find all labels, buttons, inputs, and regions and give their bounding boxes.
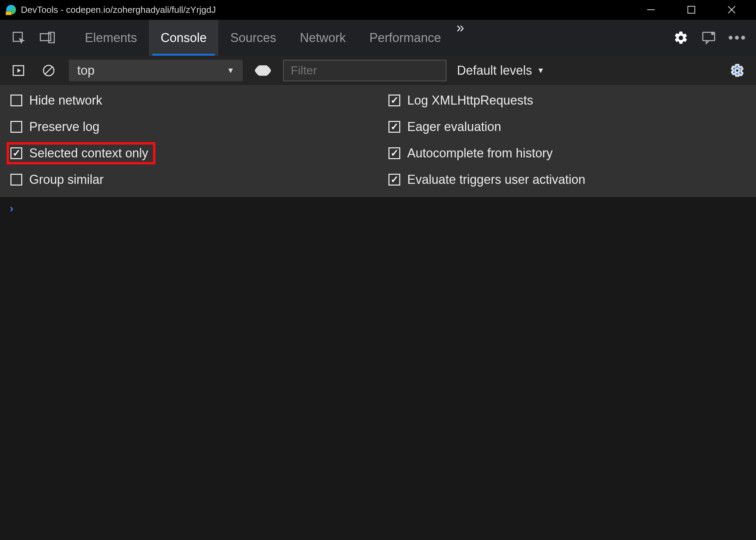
titlebar: DevTools - codepen.io/zoherghadyali/full… — [0, 0, 756, 19]
checkbox-evaluate-triggers-activation[interactable]: Evaluate triggers user activation — [388, 172, 746, 187]
checkbox-label: Autocomplete from history — [407, 146, 553, 161]
checkbox-icon — [10, 95, 22, 106]
window-title: DevTools - codepen.io/zoherghadyali/full… — [21, 5, 641, 15]
settings-right-column: Log XMLHttpRequests Eager evaluation Aut… — [388, 93, 746, 187]
chevron-down-icon: ▼ — [537, 66, 545, 75]
context-selector[interactable]: top ▼ — [69, 60, 243, 81]
settings-gear-icon[interactable] — [671, 28, 691, 48]
checkbox-preserve-log[interactable]: Preserve log — [10, 120, 368, 134]
tab-label: Sources — [230, 31, 276, 45]
svg-point-13 — [261, 69, 264, 72]
svg-point-8 — [711, 32, 714, 35]
checkbox-icon — [388, 95, 400, 106]
filter-input[interactable] — [283, 60, 447, 81]
svg-line-12 — [45, 67, 52, 74]
console-toolbar: top ▼ Default levels ▼ — [0, 56, 756, 85]
checkbox-label: Selected context only — [29, 146, 148, 161]
context-value: top — [77, 63, 95, 78]
checkbox-group-similar[interactable]: Group similar — [10, 172, 368, 187]
console-prompt-icon: › — [10, 202, 14, 214]
tab-label: Console — [161, 31, 207, 45]
log-levels-selector[interactable]: Default levels ▼ — [457, 63, 545, 78]
checkbox-label: Hide network — [29, 93, 102, 108]
inspect-element-icon[interactable] — [9, 28, 29, 48]
checkbox-label: Group similar — [29, 172, 104, 187]
devtools-window: DevTools - codepen.io/zoherghadyali/full… — [0, 0, 756, 540]
checkbox-icon — [10, 174, 22, 186]
svg-marker-10 — [17, 68, 21, 73]
tabs-container: Elements Console Sources Network Perform… — [73, 20, 662, 56]
main-tab-bar: Elements Console Sources Network Perform… — [0, 19, 756, 56]
checkbox-icon — [388, 147, 400, 159]
checkbox-hide-network[interactable]: Hide network — [10, 93, 368, 108]
checkbox-label: Eager evaluation — [407, 120, 501, 134]
console-settings-gear-icon[interactable] — [727, 61, 747, 80]
tab-console[interactable]: Console — [149, 20, 218, 56]
maximize-button[interactable] — [681, 0, 702, 19]
checkbox-autocomplete-history[interactable]: Autocomplete from history — [388, 146, 746, 161]
checkbox-label: Log XMLHttpRequests — [407, 93, 533, 108]
tab-network[interactable]: Network — [288, 20, 357, 56]
console-settings-panel: Hide network Preserve log Selected conte… — [0, 85, 756, 197]
tab-performance[interactable]: Performance — [357, 20, 453, 56]
edge-devtools-icon — [6, 5, 16, 15]
tab-label: Network — [300, 31, 346, 45]
window-controls — [641, 0, 742, 19]
checkbox-log-xmlhttprequests[interactable]: Log XMLHttpRequests — [388, 93, 746, 108]
svg-rect-1 — [688, 6, 695, 13]
feedback-icon[interactable] — [700, 28, 719, 48]
clear-console-icon[interactable] — [39, 61, 58, 80]
toggle-sidebar-icon[interactable] — [9, 61, 29, 80]
live-expression-icon[interactable] — [253, 61, 273, 80]
device-toolbar-icon[interactable] — [38, 28, 57, 48]
tab-label: Performance — [369, 31, 441, 45]
checkbox-icon — [10, 121, 22, 133]
checkbox-icon — [388, 174, 400, 186]
checkbox-eager-evaluation[interactable]: Eager evaluation — [388, 120, 746, 134]
checkbox-selected-context-only[interactable]: Selected context only — [10, 146, 152, 161]
checkbox-label: Evaluate triggers user activation — [407, 172, 585, 187]
tabs-overflow-button[interactable]: » — [456, 20, 464, 56]
more-options-button[interactable]: ••• — [728, 30, 747, 46]
checkbox-icon — [10, 147, 22, 159]
minimize-button[interactable] — [641, 0, 661, 19]
settings-left-column: Hide network Preserve log Selected conte… — [10, 93, 368, 187]
checkbox-label: Preserve log — [29, 120, 99, 134]
levels-label: Default levels — [457, 63, 532, 78]
checkbox-icon — [388, 121, 400, 133]
tab-elements[interactable]: Elements — [73, 20, 149, 56]
close-button[interactable] — [721, 0, 742, 19]
chevron-down-icon: ▼ — [227, 66, 234, 75]
tab-sources[interactable]: Sources — [218, 20, 288, 56]
console-body[interactable]: › — [0, 197, 756, 540]
tab-label: Elements — [85, 31, 137, 45]
